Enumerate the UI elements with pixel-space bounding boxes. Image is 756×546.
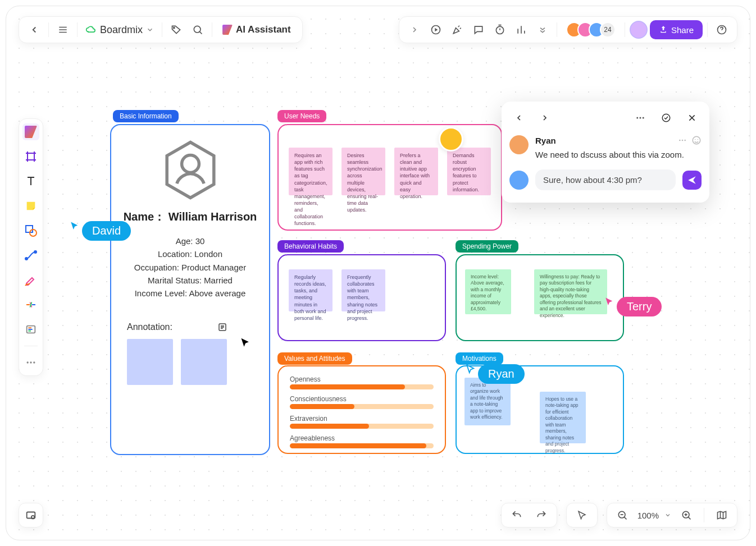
redo-button[interactable] xyxy=(532,506,551,525)
panel-next-button[interactable] xyxy=(535,108,554,127)
trait-label: Extraversion xyxy=(290,415,434,423)
trait-bar xyxy=(290,384,405,389)
svg-point-13 xyxy=(181,155,199,173)
cursor-terry-label: Terry xyxy=(617,297,662,316)
dots-icon[interactable] xyxy=(678,136,687,145)
persona-location: Location: London xyxy=(111,247,269,260)
sticky-note[interactable]: Hopes to use a note-taking app for effic… xyxy=(540,392,586,443)
sticky-note[interactable]: Desires seamless synchronization across … xyxy=(341,148,385,195)
persona-name: Name： William Harrison xyxy=(111,209,269,224)
comment-panel: Ryan We need to dscuss about this via zo… xyxy=(502,102,709,203)
reply-input[interactable]: Sure, how about 4:30 pm? xyxy=(535,169,676,190)
persona-avatar-icon xyxy=(157,136,224,204)
panel-prev-button[interactable] xyxy=(509,108,529,127)
minimap-button[interactable] xyxy=(19,503,43,527)
cursor-icon xyxy=(604,297,614,307)
svg-point-15 xyxy=(636,117,638,119)
annotation-sticky[interactable] xyxy=(181,339,227,385)
svg-point-19 xyxy=(679,140,681,141)
tag-spending: Spending Power xyxy=(456,240,518,253)
svg-point-17 xyxy=(643,117,644,119)
trait-bar xyxy=(290,424,369,429)
comment-author-name: Ryan xyxy=(535,136,556,145)
chevron-left-icon xyxy=(514,113,523,122)
cursor-david: David xyxy=(70,211,131,241)
tag-values: Values and Attitudes xyxy=(277,352,352,365)
sticky-note[interactable]: Regularly records ideas, tasks, and meet… xyxy=(289,269,333,311)
tag-habits: Behavioral Habits xyxy=(277,240,344,253)
annotation-icon xyxy=(217,322,227,332)
comment-author-avatar xyxy=(509,135,529,154)
chevron-right-icon xyxy=(540,113,549,122)
send-button[interactable] xyxy=(682,171,702,190)
tag-basic-info: Basic Information xyxy=(113,110,179,122)
svg-point-18 xyxy=(662,114,670,122)
cursor-icon xyxy=(240,337,251,348)
panel-more-button[interactable] xyxy=(631,108,650,127)
sticky-note[interactable]: Demands robust encryption features to pr… xyxy=(447,148,491,195)
trait-label: Agreeableness xyxy=(290,434,434,442)
dots-icon xyxy=(635,113,645,123)
persona-card[interactable]: Name： William Harrison Age: 30 Location:… xyxy=(110,124,270,455)
map-button[interactable] xyxy=(712,506,731,525)
sticky-note[interactable]: Aims to organize work and life through a… xyxy=(464,378,511,425)
tag-user-needs: User Needs xyxy=(277,110,326,122)
user-needs-card[interactable]: Requires an app with rich features such … xyxy=(277,124,502,231)
collaborator-floating-avatar[interactable] xyxy=(439,127,463,152)
redo-icon xyxy=(536,510,547,521)
bottom-right-controls: 100% xyxy=(501,503,737,527)
cursor-terry: Terry xyxy=(604,287,662,316)
svg-point-20 xyxy=(682,140,684,141)
trait-label: Conscientiousness xyxy=(290,395,434,403)
sticky-note[interactable]: Requires an app with rich features such … xyxy=(289,148,333,195)
trait-bar xyxy=(290,404,354,409)
panel-close-button[interactable] xyxy=(682,108,702,127)
svg-point-21 xyxy=(684,140,686,141)
minimap-icon xyxy=(25,509,37,521)
svg-point-16 xyxy=(640,117,641,119)
zoom-out-button[interactable] xyxy=(613,506,632,525)
svg-point-23 xyxy=(695,139,696,140)
chevron-down-icon[interactable] xyxy=(664,512,671,519)
map-icon xyxy=(716,510,727,521)
persona-income: Income Level: Above average xyxy=(111,287,269,300)
svg-rect-25 xyxy=(27,512,35,519)
habits-card[interactable]: Regularly records ideas, tasks, and meet… xyxy=(277,254,446,341)
cursor-icon xyxy=(70,221,80,231)
zoom-in-icon xyxy=(681,510,692,521)
trait-label: Openness xyxy=(290,375,434,383)
zoom-out-icon xyxy=(617,510,628,521)
pointer-icon xyxy=(577,510,587,520)
cursor-ryan: Ryan xyxy=(466,354,525,384)
sticky-note[interactable]: Prefers a clean and intuitive app interf… xyxy=(394,148,438,195)
persona-age: Age: 30 xyxy=(111,235,269,247)
persona-occupation: Occupation: Product Manager xyxy=(111,261,269,274)
persona-marital: Marital Status: Married xyxy=(111,274,269,287)
sticky-note[interactable]: Willingness to pay: Ready to pay subscri… xyxy=(534,269,607,314)
emoji-icon[interactable] xyxy=(691,135,702,145)
zoom-in-button[interactable] xyxy=(677,506,696,525)
cursor-david-label: David xyxy=(82,221,131,241)
close-icon xyxy=(687,113,696,122)
panel-resolve-button[interactable] xyxy=(657,108,676,127)
spending-card[interactable]: Income level: Above average, with a mont… xyxy=(456,254,624,341)
values-card[interactable]: Openness Conscientiousness Extraversion … xyxy=(277,365,446,454)
check-circle-icon xyxy=(661,113,671,123)
annotation-label: Annotation: xyxy=(127,322,172,332)
zoom-value[interactable]: 100% xyxy=(637,511,659,520)
undo-icon xyxy=(511,510,522,521)
svg-point-24 xyxy=(698,139,699,140)
annotation-sticky[interactable] xyxy=(127,339,173,385)
reply-author-avatar xyxy=(509,171,529,190)
cursor-icon xyxy=(466,364,476,374)
svg-point-26 xyxy=(31,516,34,519)
sticky-note[interactable]: Income level: Above average, with a mont… xyxy=(465,269,511,314)
sticky-note[interactable]: Frequently collaborates with team member… xyxy=(341,269,385,311)
trait-bar xyxy=(290,443,426,448)
pointer-button[interactable] xyxy=(572,506,591,525)
svg-point-22 xyxy=(693,136,700,144)
comment-text: We need to dscuss about this via zoom. xyxy=(535,150,702,159)
cursor-ryan-label: Ryan xyxy=(478,364,525,384)
undo-button[interactable] xyxy=(507,506,526,525)
send-icon xyxy=(687,175,697,185)
